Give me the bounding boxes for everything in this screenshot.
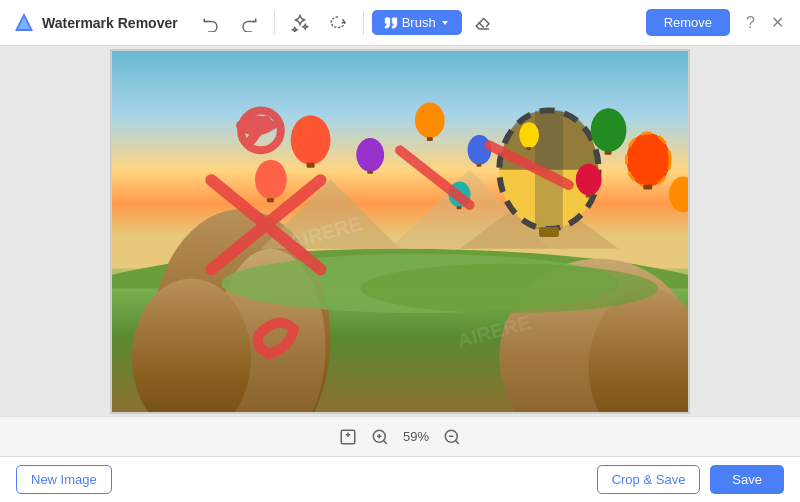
svg-point-14: [360, 263, 658, 312]
app-logo: Watermark Remover: [12, 11, 178, 35]
svg-rect-22: [427, 137, 433, 141]
help-button[interactable]: ?: [742, 12, 759, 34]
image-container[interactable]: AIRERE AIRERE: [110, 49, 690, 414]
undo-button[interactable]: [194, 9, 228, 37]
eraser-tool-button[interactable]: [466, 9, 500, 37]
toolbar: Brush: [194, 9, 646, 37]
svg-rect-35: [526, 146, 531, 149]
svg-rect-26: [605, 150, 612, 154]
crop-save-button[interactable]: Crop & Save: [597, 465, 701, 494]
close-button[interactable]: ✕: [767, 11, 788, 34]
brush-tool-button[interactable]: Brush: [372, 10, 462, 35]
landscape-svg: AIRERE AIRERE: [112, 51, 688, 412]
new-image-button[interactable]: New Image: [16, 465, 112, 494]
toolbar-separator-1: [274, 11, 275, 35]
svg-point-19: [291, 115, 331, 164]
toolbar-separator-2: [363, 11, 364, 35]
svg-rect-31: [643, 184, 652, 189]
svg-rect-20: [307, 162, 315, 167]
save-button[interactable]: Save: [710, 465, 784, 494]
window-controls: ? ✕: [742, 11, 788, 34]
zoom-level-text: 59%: [403, 429, 429, 444]
svg-rect-39: [457, 206, 462, 209]
svg-point-23: [468, 135, 492, 165]
action-bar-right: Crop & Save Save: [597, 465, 784, 494]
redo-button[interactable]: [232, 9, 266, 37]
fit-zoom-button[interactable]: [339, 428, 357, 446]
svg-point-36: [576, 163, 602, 195]
lasso-tool-button[interactable]: [321, 9, 355, 37]
app-title-text: Watermark Remover: [42, 15, 178, 31]
remove-button[interactable]: Remove: [646, 9, 730, 36]
titlebar: Watermark Remover: [0, 0, 800, 46]
magic-tool-button[interactable]: [283, 9, 317, 37]
svg-rect-16: [535, 110, 563, 229]
canvas-area[interactable]: AIRERE AIRERE: [0, 46, 800, 416]
svg-rect-28: [267, 198, 274, 202]
svg-point-32: [356, 138, 384, 172]
svg-point-27: [255, 159, 287, 199]
brush-label: Brush: [402, 15, 436, 30]
svg-point-21: [415, 102, 445, 138]
svg-rect-18: [539, 227, 559, 237]
svg-point-34: [519, 122, 539, 148]
zoom-in-button[interactable]: [371, 428, 389, 446]
action-bar: New Image Crop & Save Save: [0, 456, 800, 502]
svg-point-38: [449, 181, 471, 207]
app-logo-icon: [12, 11, 36, 35]
zoom-bar: 59%: [0, 416, 800, 456]
svg-rect-24: [476, 163, 481, 166]
zoom-out-button[interactable]: [443, 428, 461, 446]
brush-dropdown-icon: [440, 18, 450, 28]
svg-point-25: [591, 108, 627, 152]
svg-rect-37: [586, 194, 591, 197]
svg-rect-33: [367, 170, 373, 173]
